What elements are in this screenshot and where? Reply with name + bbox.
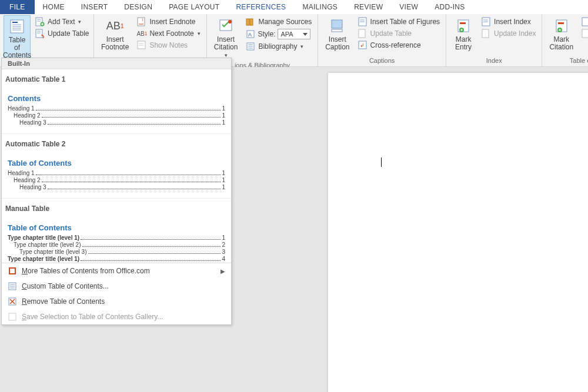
toc-entry: Heading 3 bbox=[19, 184, 46, 190]
svg-rect-12 bbox=[36, 29, 42, 38]
gallery-item-auto2[interactable]: Automatic Table 2 Table of Contents Head… bbox=[2, 134, 231, 199]
svg-text:↲: ↲ bbox=[360, 42, 365, 48]
tab-mailings[interactable]: MAILINGS bbox=[294, 0, 346, 14]
toc-entry: Type chapter title (level 1) bbox=[8, 256, 79, 262]
svg-rect-31 bbox=[332, 20, 342, 28]
document-page[interactable] bbox=[328, 73, 588, 392]
group-index: Mark Entry Insert Index Update Index Ind… bbox=[446, 14, 542, 66]
toc-page: 1 bbox=[222, 177, 225, 183]
tab-design[interactable]: DESIGN bbox=[116, 0, 161, 14]
insert-citation-l2: Citation bbox=[214, 43, 238, 51]
update-table-button[interactable]: Update Table bbox=[33, 28, 92, 39]
svg-rect-54 bbox=[582, 29, 588, 38]
chevron-right-icon: ▶ bbox=[220, 268, 225, 274]
svg-text:A: A bbox=[248, 32, 252, 38]
insert-endnote-label: Insert Endnote bbox=[149, 18, 195, 26]
insert-toa-icon bbox=[582, 17, 588, 26]
caption-icon bbox=[329, 18, 346, 34]
group-label-captions: Captions bbox=[322, 56, 442, 65]
tab-insert[interactable]: INSERT bbox=[73, 0, 116, 14]
toc-entry: Type chapter title (level 2) bbox=[14, 242, 81, 248]
svg-rect-40 bbox=[460, 22, 466, 24]
svg-rect-64 bbox=[9, 313, 16, 320]
add-text-button[interactable]: Add Text▾ bbox=[33, 16, 92, 27]
tab-file[interactable]: FILE bbox=[0, 0, 35, 14]
manual-title: Manual Table bbox=[5, 205, 228, 213]
style-select[interactable]: APA bbox=[278, 29, 310, 39]
style-icon: A bbox=[246, 29, 255, 39]
manage-sources-icon bbox=[246, 17, 255, 26]
svg-rect-53 bbox=[582, 18, 588, 26]
cross-reference-button[interactable]: ↲ Cross-reference bbox=[356, 40, 443, 51]
toc-page: 1 bbox=[222, 170, 225, 176]
tab-addins[interactable]: ADD-INS bbox=[426, 0, 473, 14]
toc-page: 4 bbox=[222, 256, 225, 262]
next-footnote-label: Next Footnote bbox=[149, 29, 193, 38]
next-footnote-button[interactable]: AB1 Next Footnote▾ bbox=[135, 28, 202, 39]
add-text-icon bbox=[35, 17, 45, 26]
toc-entry: Heading 1 bbox=[8, 105, 35, 112]
auto1-title: Automatic Table 1 bbox=[5, 75, 228, 83]
manage-sources-button[interactable]: Manage Sources bbox=[243, 16, 314, 27]
group-label-toa: Table of Aut bbox=[546, 56, 588, 65]
svg-rect-36 bbox=[359, 29, 365, 38]
tab-page-layout[interactable]: PAGE LAYOUT bbox=[161, 0, 228, 14]
insert-endnote-button[interactable]: i Insert Endnote bbox=[135, 16, 202, 27]
endnote-icon: i bbox=[137, 17, 146, 26]
more-tocs-label: More Tables of Contents from Office.com bbox=[22, 267, 150, 275]
update-toa-button[interactable]: Update T bbox=[579, 28, 588, 39]
gallery-header: Built-In bbox=[2, 58, 231, 69]
toc-entry: Heading 2 bbox=[14, 112, 41, 119]
tab-review[interactable]: REVIEW bbox=[346, 0, 391, 14]
save-selection-button: Save Selection to Table of Contents Gall… bbox=[2, 309, 231, 324]
custom-toc-button[interactable]: Custom Table of Contents... bbox=[2, 279, 231, 294]
tof-icon bbox=[358, 17, 368, 26]
custom-toc-icon bbox=[8, 282, 17, 291]
tab-view[interactable]: VIEW bbox=[391, 0, 426, 14]
mark-entry-icon bbox=[455, 18, 472, 34]
svg-rect-23 bbox=[246, 19, 249, 25]
insert-footnote-button[interactable]: AB1 Insert Footnote bbox=[98, 15, 132, 56]
text-cursor bbox=[381, 158, 382, 167]
update-table-icon bbox=[35, 29, 45, 38]
citation-style-row: A Style: APA bbox=[243, 28, 314, 40]
remove-toc-button[interactable]: Remove Table of Contents bbox=[2, 294, 231, 309]
tab-home[interactable]: HOME bbox=[35, 0, 73, 14]
toc-page: 1 bbox=[222, 234, 225, 241]
tab-references[interactable]: REFERENCES bbox=[228, 0, 294, 14]
toc-icon bbox=[9, 18, 25, 35]
manage-sources-label: Manage Sources bbox=[258, 18, 312, 26]
toc-entry: Heading 3 bbox=[19, 119, 46, 126]
insert-index-label: Insert Index bbox=[494, 18, 531, 26]
group-toa: Mark Citation Insert Tab Update T Table … bbox=[542, 14, 588, 66]
citation-icon bbox=[218, 18, 234, 34]
save-selection-icon bbox=[8, 312, 17, 321]
more-tocs-button[interactable]: More Tables of Contents from Office.com … bbox=[2, 263, 231, 279]
update-tof-button[interactable]: Update Table bbox=[356, 28, 443, 39]
toc-entry: Heading 1 bbox=[8, 170, 35, 176]
toc-page: 3 bbox=[222, 249, 225, 255]
insert-caption-button[interactable]: Insert Caption bbox=[322, 15, 353, 56]
cross-reference-label: Cross-reference bbox=[370, 41, 421, 49]
insert-citation-button[interactable]: Insert Citation ▾ bbox=[211, 15, 242, 61]
gallery-item-auto1[interactable]: Automatic Table 1 Contents Heading 11 He… bbox=[2, 69, 231, 134]
auto1-heading: Contents bbox=[8, 94, 225, 103]
insert-index-button[interactable]: Insert Index bbox=[479, 16, 538, 27]
show-notes-icon bbox=[137, 41, 146, 50]
mark-citation-button[interactable]: Mark Citation bbox=[546, 15, 577, 56]
chevron-down-icon: ▾ bbox=[300, 43, 303, 49]
next-footnote-icon: AB1 bbox=[137, 29, 146, 38]
show-notes-button[interactable]: Show Notes bbox=[135, 40, 202, 51]
update-index-button[interactable]: Update Index bbox=[479, 28, 538, 39]
svg-rect-56 bbox=[10, 269, 15, 273]
bibliography-button[interactable]: Bibliography▾ bbox=[243, 41, 314, 52]
chevron-down-icon: ▾ bbox=[198, 31, 201, 36]
insert-index-icon bbox=[482, 17, 491, 26]
insert-toa-button[interactable]: Insert Tab bbox=[579, 16, 588, 27]
show-notes-label: Show Notes bbox=[149, 41, 188, 49]
insert-tof-button[interactable]: Insert Table of Figures bbox=[356, 16, 443, 27]
insert-tof-label: Insert Table of Figures bbox=[370, 18, 440, 26]
mark-entry-button[interactable]: Mark Entry bbox=[450, 15, 477, 56]
gallery-item-manual[interactable]: Manual Table Table of Contents Type chap… bbox=[2, 199, 231, 262]
toc-page: 2 bbox=[222, 242, 225, 248]
